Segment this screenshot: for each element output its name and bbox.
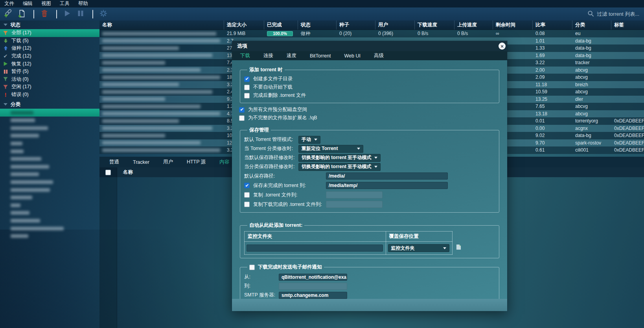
category-item[interactable] xyxy=(0,163,99,171)
category-item[interactable] xyxy=(0,224,99,232)
category-item[interactable] xyxy=(0,201,99,209)
column-header[interactable]: 种子 xyxy=(337,20,375,30)
copy-finished-checkbox[interactable] xyxy=(244,202,250,207)
category-item[interactable] xyxy=(0,194,99,202)
category-item[interactable] xyxy=(0,217,99,225)
temp-path-input[interactable]: /media/temp/ xyxy=(326,182,448,189)
temp-path-checkbox[interactable] xyxy=(244,183,250,188)
when-adding-fieldset: 添加 torrent 时 创建多文件子目录 不要自动开始下载 完成后删除 .to… xyxy=(240,67,499,103)
completed-icon: ✔ xyxy=(3,54,8,59)
category-item[interactable] xyxy=(0,132,99,140)
category-item[interactable] xyxy=(0,209,99,217)
menu-item[interactable]: 编辑 xyxy=(18,0,37,7)
create-subfolder-checkbox[interactable] xyxy=(244,76,250,82)
default-mode-select[interactable]: 手动 xyxy=(298,136,320,144)
monitored-folder-header: 监控文件夹 xyxy=(245,232,386,242)
pause-button[interactable] xyxy=(75,9,86,20)
chevron-down-icon xyxy=(357,148,360,150)
sidebar-item-all[interactable]: 全部 (17) xyxy=(0,29,99,37)
category-item[interactable] xyxy=(0,147,99,155)
redacted-name xyxy=(102,134,165,137)
do-not-start-checkbox[interactable] xyxy=(244,85,250,90)
monitored-folder-input[interactable] xyxy=(247,245,383,252)
bottom-panel-tab[interactable]: Tracker xyxy=(133,159,149,165)
column-header[interactable]: 标签 xyxy=(611,20,644,30)
resume-button[interactable] xyxy=(61,9,73,20)
column-header[interactable]: 下载速度 xyxy=(415,20,454,30)
sidebar-item-paused[interactable]: 暂停 (5) xyxy=(0,68,99,76)
category-changed-select[interactable]: 重新定位 Torrent xyxy=(298,145,363,153)
category-item[interactable] xyxy=(0,178,99,186)
sidebar-item-seeding[interactable]: 做种 (12) xyxy=(0,44,99,52)
close-button[interactable]: × xyxy=(499,43,506,50)
default-save-path-input[interactable]: /media/ xyxy=(326,172,448,180)
category-item[interactable] xyxy=(0,124,99,132)
category-item[interactable] xyxy=(0,232,99,240)
smtp-server-input[interactable]: smtp.changeme.com xyxy=(279,292,347,299)
select-all-checkbox[interactable] xyxy=(105,170,111,175)
dialog-tab[interactable]: Web UI xyxy=(344,53,361,59)
categories-header[interactable]: 分类 xyxy=(0,100,99,109)
redacted-text xyxy=(11,180,53,184)
delete-icon xyxy=(41,9,48,19)
preallocate-checkbox[interactable] xyxy=(239,107,245,113)
column-header[interactable]: 比率 xyxy=(533,20,572,30)
email-from-input[interactable]: qBittorrent_notification@exa xyxy=(279,274,347,281)
category-path-changed-select[interactable]: 切换受影响的 torrent 至手动模式 xyxy=(298,163,381,171)
dialog-tab[interactable]: 高级 xyxy=(374,52,384,59)
dialog-tab[interactable]: BitTorrent xyxy=(310,53,331,59)
torrent-filter-search[interactable]: 过滤 torrent 列表... xyxy=(587,9,639,19)
sidebar-item-completed[interactable]: ✔ 完成 (12) xyxy=(0,52,99,60)
active-icon xyxy=(3,77,8,82)
category-item[interactable] xyxy=(0,140,99,148)
column-header[interactable]: 剩余时间 xyxy=(493,20,533,30)
paused-icon xyxy=(3,69,8,74)
options-button[interactable] xyxy=(98,9,109,20)
delete-torrent-file-checkbox[interactable] xyxy=(244,93,250,98)
menu-item[interactable]: 帮助 xyxy=(74,0,92,7)
bottom-panel-tab[interactable]: 用户 xyxy=(163,159,173,165)
category-item[interactable] xyxy=(0,186,99,194)
dialog-tab[interactable]: 连接 xyxy=(263,52,273,59)
column-header[interactable]: 状态 xyxy=(298,20,337,30)
sidebar: 状态 全部 (17) 下载 (5) 做种 (12) ✔ 完成 (12) 恢复 (… xyxy=(0,20,99,328)
add-torrent-file-button[interactable] xyxy=(16,9,28,20)
sidebar-item-resumed[interactable]: 恢复 (12) xyxy=(0,60,99,68)
category-item-selected[interactable] xyxy=(0,109,99,117)
torrent-row[interactable]: 21.9 MiB 100.0% 做种 0 (20) 0 (396) 0 B/s … xyxy=(99,30,644,37)
incomplete-ext-checkbox[interactable] xyxy=(239,115,245,121)
browse-folder-icon[interactable] xyxy=(456,244,461,251)
menu-item[interactable]: 视图 xyxy=(37,0,55,7)
resume-icon xyxy=(63,9,71,19)
seeding-icon xyxy=(3,46,8,51)
override-save-select[interactable]: 监控文件夹 xyxy=(388,244,449,252)
column-header[interactable]: 名称 xyxy=(99,20,224,30)
category-item[interactable] xyxy=(0,155,99,163)
column-header[interactable]: 上传速度 xyxy=(454,20,493,30)
status-filters-header[interactable]: 状态 xyxy=(0,20,99,29)
email-notification-checkbox[interactable] xyxy=(249,265,255,270)
bottom-panel-tab[interactable]: 普通 xyxy=(109,159,119,165)
category-item[interactable] xyxy=(0,117,99,124)
column-header[interactable]: 选定大小 xyxy=(224,20,264,30)
dialog-tab[interactable]: 下载 xyxy=(240,52,250,59)
add-torrent-link-button[interactable] xyxy=(2,9,14,20)
sidebar-item-errored[interactable]: ! 错误 (0) xyxy=(0,91,99,99)
sidebar-item-active[interactable]: 活动 (0) xyxy=(0,76,99,83)
menu-item[interactable]: 工具 xyxy=(55,0,74,7)
delete-button[interactable] xyxy=(39,9,50,20)
column-header[interactable]: 已完成 xyxy=(264,20,298,30)
redacted-name xyxy=(102,54,212,57)
copy-torrent-checkbox[interactable] xyxy=(244,192,250,198)
category-item[interactable] xyxy=(0,170,99,178)
dialog-tab[interactable]: 速度 xyxy=(287,52,296,59)
sidebar-item-downloading[interactable]: 下载 (5) xyxy=(0,37,99,45)
sidebar-item-inactive[interactable]: 空闲 (17) xyxy=(0,83,99,91)
bottom-panel-tab[interactable]: 内容 xyxy=(219,159,229,165)
menu-item[interactable]: 文件 xyxy=(0,0,18,7)
column-header[interactable]: 用户 xyxy=(375,20,415,30)
default-path-changed-select[interactable]: 切换受影响的 torrent 至手动模式 xyxy=(298,154,381,162)
bottom-panel-tab[interactable]: HTTP 源 xyxy=(187,159,206,165)
redacted-text xyxy=(11,234,28,238)
column-header[interactable]: 分类 xyxy=(572,20,611,30)
